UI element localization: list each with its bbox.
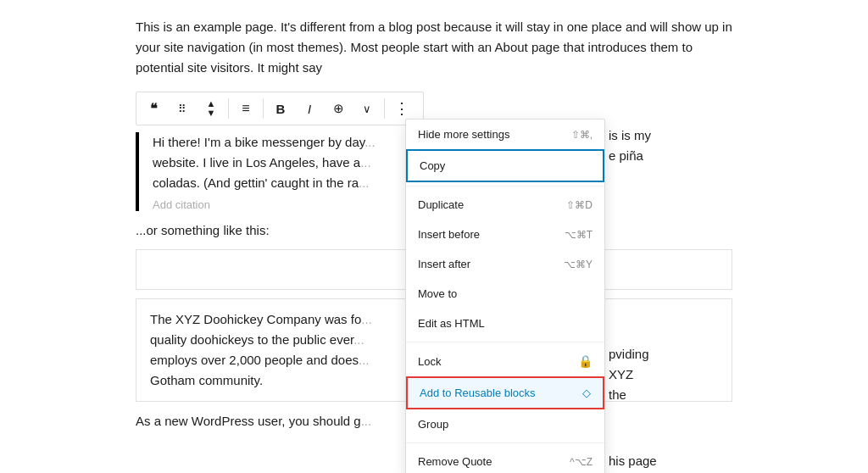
right-xyz-content: pviding XYZ the [609,344,649,405]
move-to-label: Move to [418,287,457,300]
menu-remove-quote[interactable]: Remove Quote ^⌥Z [406,447,604,473]
quote-icon-btn[interactable]: ❝ [140,95,167,122]
more-rich-btn[interactable]: ∨ [353,95,381,122]
block-toolbar: ❝ ⠿ ▲▼ ≡ B I ⊕ ∨ ⋮ [136,92,424,125]
intro-paragraph: This is an example page. It's different … [136,17,732,78]
copy-label: Copy [420,159,445,172]
divider-1 [228,98,229,119]
menu-edit-as-html[interactable]: Edit as HTML [406,309,604,338]
menu-divider-1 [406,186,604,186]
duplicate-shortcut: ⇧⌘D [566,199,593,211]
group-label: Group [418,418,448,431]
move-updown-btn[interactable]: ▲▼ [198,95,225,122]
menu-group[interactable]: Group [406,409,604,439]
lock-label: Lock [418,355,441,368]
insert-after-shortcut: ⌥⌘Y [564,259,593,270]
right-xyz-1: pviding [609,344,649,364]
transform-btn[interactable]: ≡ [232,95,259,122]
right-new-user: his page [609,451,657,471]
hide-more-settings-label: Hide more settings [418,128,509,141]
hide-more-settings-shortcut: ⇧⌘, [571,129,593,141]
menu-divider-3 [406,442,604,443]
italic-btn[interactable]: I [296,95,323,122]
add-to-reusable-label: Add to Reusable blocks [420,387,536,399]
remove-quote-shortcut: ^⌥Z [570,456,593,468]
right-line-2: e piña [609,146,651,166]
menu-move-to[interactable]: Move to [406,279,604,309]
reusable-icon: ◇ [582,387,591,399]
duplicate-label: Duplicate [418,198,464,211]
bold-btn[interactable]: B [267,95,294,122]
menu-hide-more-settings[interactable]: Hide more settings ⇧⌘, [406,120,604,149]
menu-duplicate[interactable]: Duplicate ⇧⌘D [406,190,604,220]
drag-handle-btn[interactable]: ⠿ [169,95,196,122]
right-line-1: is is my [609,125,651,146]
right-content-area: is is my e piña [609,125,651,166]
menu-insert-after[interactable]: Insert after ⌥⌘Y [406,249,604,279]
menu-add-to-reusable[interactable]: Add to Reusable blocks ◇ [406,376,604,409]
divider-3 [384,98,385,119]
divider-2 [263,98,264,119]
insert-before-shortcut: ⌥⌘T [565,229,593,241]
menu-lock[interactable]: Lock 🔒 [406,346,604,376]
right-xyz-2: XYZ [609,364,649,385]
lock-icon: 🔒 [578,354,593,368]
right-new-user-text: his page [609,451,657,471]
menu-insert-before[interactable]: Insert before ⌥⌘T [406,220,604,249]
editor-area: This is an example page. It's different … [0,0,868,445]
context-menu: Hide more settings ⇧⌘, Copy Duplicate ⇧⌘… [405,119,605,473]
insert-after-label: Insert after [418,258,470,270]
right-xyz-3: the [609,385,649,405]
menu-divider-2 [406,342,604,342]
edit-as-html-label: Edit as HTML [418,317,485,330]
menu-copy[interactable]: Copy [406,149,604,182]
insert-before-label: Insert before [418,228,480,241]
remove-quote-label: Remove Quote [418,455,492,468]
link-btn[interactable]: ⊕ [325,95,352,122]
